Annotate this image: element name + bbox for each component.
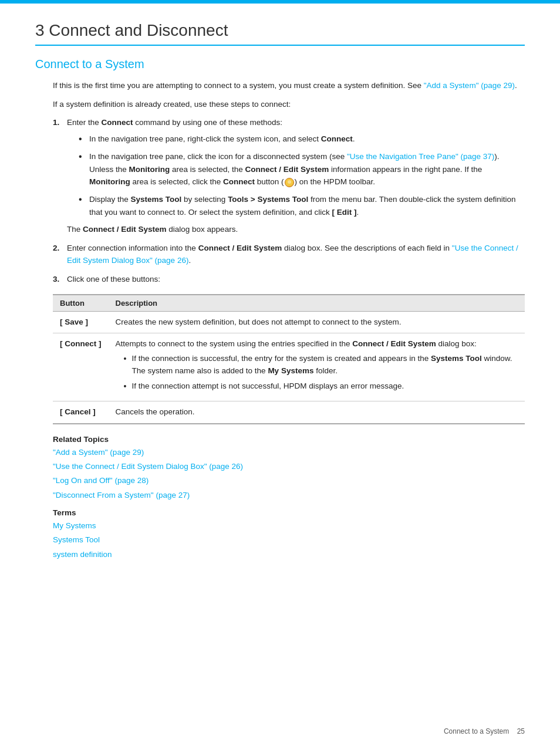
- bullet-sym-1: •: [79, 133, 89, 146]
- table-cell-save-desc: Creates the new system definition, but d…: [109, 311, 525, 333]
- bullet-1-1-text: In the navigation tree pane, right-click…: [89, 133, 525, 146]
- intro-line1: If this is the first time you are attemp…: [53, 79, 525, 92]
- step-1: 1. Enter the Connect command by using on…: [53, 116, 525, 236]
- table-bullet-sym-1: •: [124, 353, 132, 377]
- table-row-cancel: [ Cancel ] Cancels the operation.: [53, 401, 525, 423]
- related-link-2[interactable]: "Use the Connect / Edit System Dialog Bo…: [53, 460, 525, 474]
- section-title: Connect to a System: [35, 58, 525, 71]
- table-header-description: Description: [109, 295, 525, 312]
- link-nav-tree[interactable]: "Use the Navigation Tree Pane" (page 37): [347, 152, 494, 161]
- footer-section: Connect to a System: [444, 727, 509, 735]
- connect-icon: [285, 178, 294, 187]
- link-connect-edit[interactable]: "Use the Connect / Edit System Dialog Bo…: [67, 244, 518, 265]
- table-header-button: Button: [53, 295, 109, 312]
- table-row-connect: [ Connect ] Attempts to connect to the s…: [53, 333, 525, 401]
- step-1-num: 1.: [53, 116, 67, 236]
- bullet-1-2-text: In the navigation tree pane, click the i…: [89, 150, 525, 188]
- table-bullet-2: • If the connection attempt is not succe…: [124, 380, 518, 393]
- intro-line2: If a system definition is already create…: [53, 98, 525, 111]
- table-cell-cancel-desc: Cancels the operation.: [109, 401, 525, 423]
- related-link-1[interactable]: "Add a System" (page 29): [53, 445, 525, 460]
- bullet-1-2: • In the navigation tree pane, click the…: [79, 150, 525, 188]
- bullet-sym-2: •: [79, 150, 89, 188]
- dialog-note: The Connect / Edit System dialog box app…: [67, 223, 525, 236]
- step-2-num: 2.: [53, 242, 67, 267]
- bullet-1-3-text: Display the Systems Tool by selecting To…: [89, 193, 525, 218]
- related-link-3[interactable]: "Log On and Off" (page 28): [53, 474, 525, 488]
- terms-link-1[interactable]: My Systems: [53, 519, 525, 533]
- related-topics: Related Topics "Add a System" (page 29) …: [53, 435, 525, 562]
- step-3-text: Click one of these buttons:: [67, 273, 525, 286]
- table-bullet-1-text: If the connection is successful, the ent…: [132, 353, 518, 377]
- related-topics-title: Related Topics: [53, 435, 525, 444]
- table-bullet-2-text: If the connection attempt is not success…: [132, 380, 404, 393]
- table-cell-cancel-button: [ Cancel ]: [53, 401, 109, 423]
- page-footer: Connect to a System 25: [444, 727, 525, 735]
- table-cell-save-button: [ Save ]: [53, 311, 109, 333]
- link-add-system-1[interactable]: "Add a System" (page 29): [424, 81, 515, 90]
- table-cell-connect-button: [ Connect ]: [53, 333, 109, 401]
- bullet-sym-3: •: [79, 193, 89, 218]
- related-link-4[interactable]: "Disconnect From a System" (page 27): [53, 488, 525, 502]
- terms-link-2[interactable]: Systems Tool: [53, 533, 525, 547]
- table-cell-connect-desc: Attempts to connect to the system using …: [109, 333, 525, 401]
- buttons-table: Button Description [ Save ] Creates the …: [53, 294, 525, 424]
- table-row-save: [ Save ] Creates the new system definiti…: [53, 311, 525, 333]
- bullet-1-1: • In the navigation tree pane, right-cli…: [79, 133, 525, 146]
- step-2: 2. Enter connection information into the…: [53, 242, 525, 267]
- step-2-text: Enter connection information into the Co…: [67, 242, 525, 267]
- terms-title: Terms: [53, 508, 525, 517]
- step-3-num: 3.: [53, 273, 67, 286]
- bullet-1-3: • Display the Systems Tool by selecting …: [79, 193, 525, 218]
- table-bullet-sym-2: •: [124, 380, 132, 393]
- table-bullet-1: • If the connection is successful, the e…: [124, 353, 518, 377]
- step-1-text: Enter the Connect command by using one o…: [67, 116, 525, 236]
- terms-link-3[interactable]: system definition: [53, 548, 525, 562]
- chapter-title: 3 Connect and Disconnect: [35, 21, 525, 46]
- footer-page: 25: [517, 727, 525, 735]
- step-3: 3. Click one of these buttons:: [53, 273, 525, 286]
